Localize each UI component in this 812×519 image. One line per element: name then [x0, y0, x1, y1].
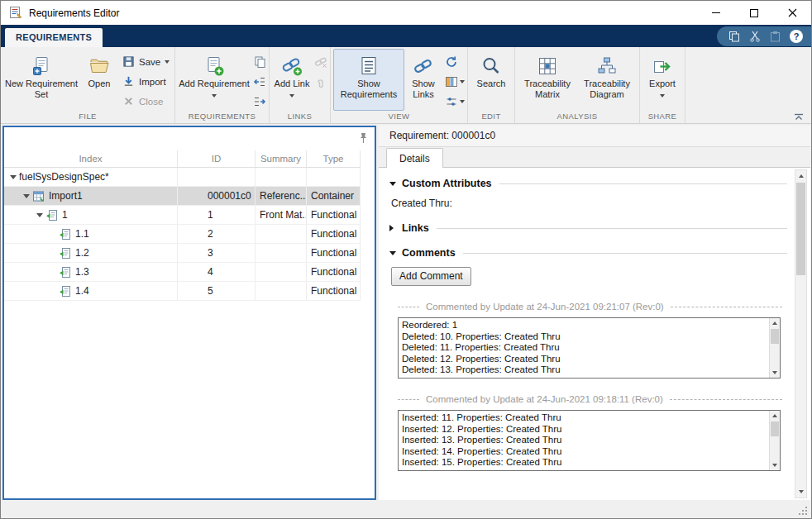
- toolstrip-tabbar: REQUIREMENTS ?: [1, 25, 811, 47]
- tree-expand-caret[interactable]: [21, 194, 32, 198]
- close-window-button[interactable]: [773, 1, 811, 25]
- ribbon: New Requirement Set Open: [1, 47, 811, 124]
- open-folder-icon: [88, 54, 110, 79]
- add-link-icon: [281, 54, 303, 79]
- requirements-table: Index ID Summary Type fuelSysDesignSpec*…: [4, 150, 361, 301]
- paste-icon[interactable]: [770, 31, 781, 42]
- comment-text-box[interactable]: Inserted: 11. Properties: Created ThruIn…: [398, 410, 781, 471]
- save-dropdown-caret[interactable]: [165, 60, 170, 64]
- ribbon-group-file: New Requirement Set Open: [1, 47, 175, 123]
- row-type-cell: Functional: [307, 225, 361, 243]
- attachment-button[interactable]: [314, 74, 327, 89]
- export-icon: [652, 54, 673, 79]
- add-comment-button[interactable]: Add Comment: [391, 267, 471, 286]
- tree-expand-caret[interactable]: [34, 213, 45, 217]
- scroll-up-arrow[interactable]: [795, 170, 806, 182]
- add-requirement-dropdown-caret[interactable]: [212, 94, 217, 98]
- row-id-cell: [178, 168, 256, 186]
- scrollbar-thumb[interactable]: [771, 329, 779, 344]
- column-selector-button[interactable]: [445, 74, 465, 89]
- view-options-caret[interactable]: [460, 100, 465, 103]
- column-header-type[interactable]: Type: [307, 150, 361, 167]
- comment-text-box[interactable]: Reordered: 1Deleted: 10. Properties: Cre…: [398, 317, 781, 379]
- show-requirements-button[interactable]: Show Requirements: [333, 49, 404, 111]
- ribbon-group-share: Export SHARE: [640, 47, 685, 123]
- tab-details[interactable]: Details: [386, 148, 443, 168]
- comment-line: Inserted: 13. Properties: Created Thru: [402, 435, 767, 446]
- row-index-label: 1.2: [75, 247, 89, 259]
- show-links-button[interactable]: Show Links: [404, 49, 442, 111]
- comments-section-header[interactable]: Comments: [389, 247, 787, 259]
- add-link-dropdown-caret[interactable]: [289, 94, 294, 98]
- comment-line: Inserted: 12. Properties: Created Thru: [402, 424, 767, 436]
- add-link-button[interactable]: Add Link: [272, 49, 312, 111]
- ribbon-group-links: Add Link LINKS: [270, 47, 331, 123]
- scrollbar-thumb[interactable]: [796, 183, 805, 275]
- comment-scrollbar[interactable]: [769, 411, 780, 470]
- comments-list: Commented by Update at 24-Jun-2021 09:21…: [389, 302, 787, 471]
- traceability-diagram-button[interactable]: Traceability Diagram: [577, 49, 637, 111]
- maximize-button[interactable]: [735, 1, 773, 25]
- scroll-up-arrow[interactable]: [770, 318, 780, 328]
- collapse-arrow-icon: [389, 182, 402, 186]
- help-button[interactable]: ?: [790, 30, 803, 43]
- comment-line: Inserted: 14. Properties: Created Thru: [402, 446, 767, 458]
- column-header-id[interactable]: ID: [178, 150, 256, 167]
- links-section-header[interactable]: Links: [389, 222, 787, 234]
- expand-arrow-icon: [389, 225, 402, 231]
- view-options-button[interactable]: [445, 94, 465, 109]
- tree-expand-caret[interactable]: [7, 175, 19, 179]
- comment-line: Deleted: 10. Properties: Created Thru: [402, 331, 767, 343]
- column-header-index[interactable]: Index: [4, 150, 178, 167]
- table-row[interactable]: 1.3 4 Functional: [4, 263, 361, 282]
- column-header-summary[interactable]: Summary: [256, 150, 307, 167]
- promote-requirement-icon: [253, 75, 266, 88]
- tab-requirements[interactable]: REQUIREMENTS: [5, 28, 103, 47]
- demote-requirement-button[interactable]: [253, 94, 266, 109]
- scrollbar-thumb[interactable]: [771, 421, 779, 436]
- copy-icon[interactable]: [728, 31, 740, 42]
- table-row[interactable]: 1.2 3 Functional: [4, 244, 361, 263]
- collapse-ribbon-button[interactable]: [794, 113, 804, 121]
- show-requirements-icon: [358, 54, 380, 79]
- pin-icon[interactable]: [359, 132, 368, 144]
- cut-icon[interactable]: [749, 31, 761, 42]
- scroll-down-arrow[interactable]: [795, 486, 806, 498]
- promote-requirement-button[interactable]: [253, 74, 266, 89]
- export-dropdown-caret[interactable]: [660, 94, 665, 98]
- duplicate-requirement-button[interactable]: [253, 55, 266, 69]
- export-button[interactable]: Export: [642, 49, 682, 111]
- delete-link-button[interactable]: [314, 55, 327, 69]
- traceability-diagram-icon: [596, 54, 618, 79]
- scroll-down-arrow[interactable]: [770, 460, 780, 470]
- group-label-file: FILE: [3, 111, 172, 123]
- table-row[interactable]: fuelSysDesignSpec*: [4, 168, 361, 187]
- scroll-down-arrow[interactable]: [770, 368, 780, 378]
- table-row[interactable]: 1 1 Front Mat... Functional: [4, 206, 361, 225]
- open-button[interactable]: Open: [79, 49, 119, 111]
- row-type-cell: Container: [307, 187, 361, 205]
- traceability-matrix-button[interactable]: Traceability Matrix: [518, 49, 577, 111]
- table-row[interactable]: 1.4 5 Functional: [4, 282, 361, 301]
- close-button[interactable]: Close: [119, 93, 172, 110]
- column-selector-caret[interactable]: [460, 80, 465, 83]
- comment-scrollbar[interactable]: [769, 318, 780, 378]
- add-requirement-button[interactable]: Add Requirement: [178, 49, 251, 111]
- save-button[interactable]: Save: [119, 53, 172, 70]
- table-row[interactable]: Import1 000001c0 Referenc... Container: [4, 187, 361, 206]
- row-type-cell: Functional: [307, 244, 361, 262]
- resize-grip[interactable]: [798, 506, 808, 516]
- details-scrollbar[interactable]: [795, 169, 807, 498]
- show-links-icon: [413, 54, 434, 79]
- minimize-button[interactable]: [697, 1, 735, 25]
- ribbon-group-view: Show Requirements Show Links: [331, 47, 468, 123]
- new-requirement-set-button[interactable]: New Requirement Set: [3, 49, 79, 111]
- custom-attributes-section-header[interactable]: Custom Attributes: [389, 178, 787, 189]
- scroll-up-arrow[interactable]: [770, 411, 780, 421]
- refresh-button[interactable]: [445, 55, 465, 69]
- comment-header: Commented by Update at 24-Jun-2021 09:18…: [398, 394, 782, 404]
- row-type-cell: Functional: [307, 263, 361, 281]
- table-row[interactable]: 1.1 2 Functional: [4, 225, 361, 244]
- search-button[interactable]: Search: [470, 49, 512, 111]
- import-button[interactable]: Import: [119, 73, 172, 90]
